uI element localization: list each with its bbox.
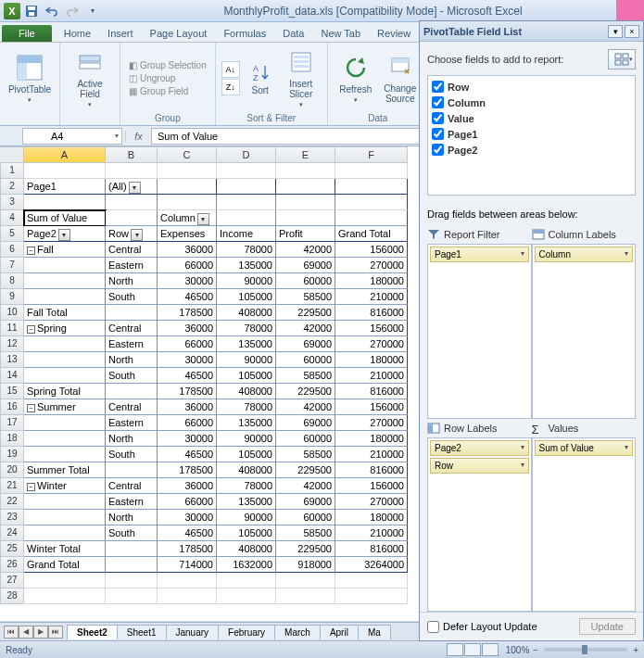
cell[interactable] bbox=[106, 541, 158, 557]
ribbon-tab-data[interactable]: Data bbox=[274, 25, 312, 42]
cell[interactable] bbox=[335, 179, 408, 195]
cell[interactable]: 46500 bbox=[158, 289, 217, 305]
cell[interactable]: 408000 bbox=[217, 305, 276, 321]
cell[interactable]: 229500 bbox=[276, 462, 335, 478]
cell[interactable]: 270000 bbox=[335, 415, 408, 431]
cell[interactable]: Eastern bbox=[106, 258, 158, 273]
cell[interactable]: 135000 bbox=[217, 415, 276, 431]
cell[interactable]: 78000 bbox=[217, 478, 276, 494]
cell[interactable] bbox=[24, 336, 106, 352]
cell[interactable]: North bbox=[106, 273, 158, 289]
cell[interactable] bbox=[24, 368, 106, 384]
cell[interactable] bbox=[276, 179, 335, 195]
cell[interactable]: Summer Total bbox=[24, 462, 106, 478]
cell[interactable]: 90000 bbox=[217, 352, 276, 368]
cell[interactable]: Expenses bbox=[158, 226, 217, 242]
row-header[interactable]: 17 bbox=[0, 415, 24, 431]
change-source-button[interactable]: Change Source bbox=[378, 45, 423, 110]
cell[interactable]: 105000 bbox=[217, 525, 276, 541]
row-header[interactable]: 14 bbox=[0, 368, 24, 384]
cell[interactable] bbox=[217, 163, 276, 179]
cell[interactable]: 210000 bbox=[335, 368, 408, 384]
field-value[interactable]: Value bbox=[431, 110, 632, 126]
sort-asc-button[interactable]: A↓ bbox=[221, 61, 240, 78]
cell[interactable]: 30000 bbox=[158, 431, 217, 447]
cell[interactable]: (All)▾ bbox=[106, 179, 158, 195]
cell[interactable]: 135000 bbox=[217, 258, 276, 273]
cell[interactable]: Central bbox=[106, 399, 158, 415]
column-header-F[interactable]: F bbox=[335, 146, 408, 163]
row-header[interactable]: 18 bbox=[0, 431, 24, 447]
cell[interactable]: Page2▾ bbox=[24, 226, 106, 242]
cell[interactable]: 78000 bbox=[217, 242, 276, 258]
cell[interactable]: 1632000 bbox=[217, 557, 276, 573]
column-labels-area[interactable]: Column bbox=[532, 244, 637, 419]
row-header[interactable]: 22 bbox=[0, 494, 24, 510]
cell[interactable]: 42000 bbox=[276, 399, 335, 415]
cell[interactable]: 60000 bbox=[276, 431, 335, 447]
cell[interactable] bbox=[335, 573, 408, 588]
cell[interactable]: 66000 bbox=[158, 494, 217, 510]
cell[interactable]: 69000 bbox=[276, 336, 335, 352]
row-header[interactable]: 11 bbox=[0, 321, 24, 336]
cell[interactable]: Profit bbox=[276, 226, 335, 242]
row-header[interactable]: 4 bbox=[0, 210, 24, 226]
cell[interactable]: 36000 bbox=[158, 399, 217, 415]
defer-layout-checkbox[interactable] bbox=[427, 621, 439, 633]
cell[interactable]: 229500 bbox=[276, 541, 335, 557]
collapse-icon[interactable]: − bbox=[27, 404, 35, 412]
redo-button[interactable] bbox=[63, 3, 82, 19]
cell[interactable] bbox=[276, 195, 335, 210]
insert-slicer-button[interactable]: Insert Slicer ▾ bbox=[281, 45, 322, 110]
row-header[interactable]: 6 bbox=[0, 242, 24, 258]
cell[interactable] bbox=[276, 210, 335, 226]
cell[interactable]: 178500 bbox=[158, 384, 217, 399]
pane-close-button[interactable]: × bbox=[625, 25, 639, 38]
cell[interactable]: 229500 bbox=[276, 384, 335, 399]
cell[interactable]: 105000 bbox=[217, 447, 276, 462]
cell[interactable]: 210000 bbox=[335, 447, 408, 462]
cell[interactable]: 135000 bbox=[217, 336, 276, 352]
cell[interactable]: 270000 bbox=[335, 336, 408, 352]
cell[interactable] bbox=[276, 573, 335, 588]
cell[interactable]: 90000 bbox=[217, 273, 276, 289]
cell[interactable]: 180000 bbox=[335, 352, 408, 368]
cell[interactable] bbox=[106, 557, 158, 573]
cell[interactable]: 408000 bbox=[217, 384, 276, 399]
field-page1[interactable]: Page1 bbox=[431, 126, 632, 142]
cell[interactable] bbox=[24, 447, 106, 462]
cell[interactable]: Eastern bbox=[106, 415, 158, 431]
page-layout-view-button[interactable] bbox=[464, 643, 481, 656]
cell[interactable]: 66000 bbox=[158, 415, 217, 431]
cell[interactable]: 78000 bbox=[217, 321, 276, 336]
cell[interactable]: South bbox=[106, 368, 158, 384]
cell[interactable]: 105000 bbox=[217, 368, 276, 384]
cell[interactable]: 30000 bbox=[158, 510, 217, 525]
cell[interactable]: Column▾ bbox=[158, 210, 217, 226]
cell[interactable] bbox=[24, 415, 106, 431]
field-list-layout-button[interactable] bbox=[608, 49, 636, 70]
row-header[interactable]: 21 bbox=[0, 478, 24, 494]
sheet-tab-sheet2[interactable]: Sheet2 bbox=[67, 625, 118, 639]
cell[interactable]: Central bbox=[106, 321, 158, 336]
sheet-nav-prev[interactable]: ◀ bbox=[19, 626, 33, 639]
row-header[interactable]: 1 bbox=[0, 163, 24, 179]
cell[interactable]: 135000 bbox=[217, 494, 276, 510]
cell[interactable] bbox=[276, 163, 335, 179]
cell[interactable]: 46500 bbox=[158, 447, 217, 462]
sort-desc-button[interactable]: Z↓ bbox=[221, 79, 240, 95]
cell[interactable]: 30000 bbox=[158, 352, 217, 368]
cell[interactable] bbox=[106, 573, 158, 588]
sheet-nav-last[interactable]: ⏭ bbox=[48, 626, 63, 639]
normal-view-button[interactable] bbox=[447, 643, 463, 656]
qat-customize-button[interactable]: ▾ bbox=[83, 3, 102, 19]
filter-dropdown-icon[interactable]: ▾ bbox=[58, 229, 70, 241]
save-button[interactable] bbox=[22, 3, 41, 19]
sheet-nav-first[interactable]: ⏮ bbox=[4, 626, 19, 639]
name-box[interactable]: A4 bbox=[22, 128, 122, 145]
row-header[interactable]: 26 bbox=[0, 557, 24, 573]
cell[interactable]: 816000 bbox=[335, 462, 408, 478]
cell[interactable] bbox=[335, 210, 408, 226]
cell[interactable]: 408000 bbox=[217, 541, 276, 557]
cell[interactable]: 42000 bbox=[276, 242, 335, 258]
